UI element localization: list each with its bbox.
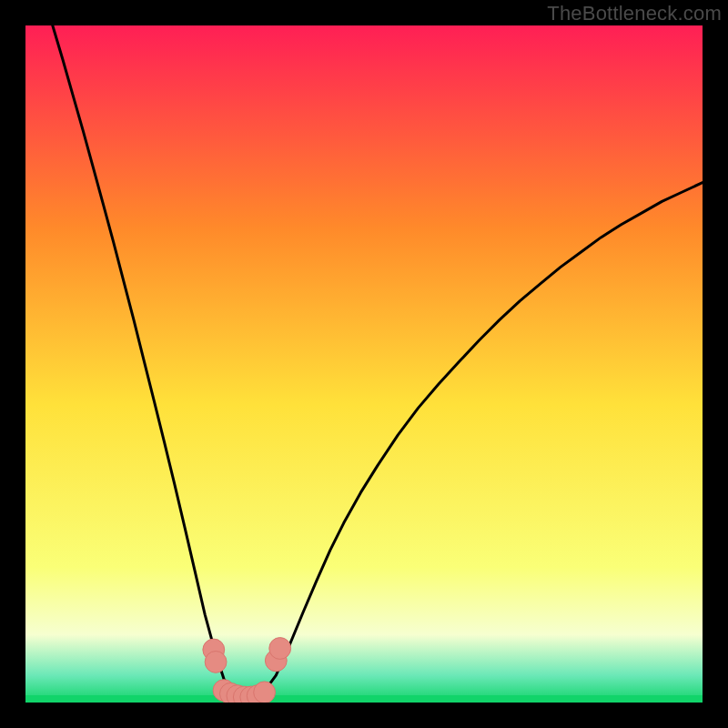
- chart-svg: [25, 25, 703, 703]
- outer-frame: TheBottleneck.com: [0, 0, 728, 728]
- plot-area: [25, 25, 703, 703]
- gradient-background: [25, 25, 703, 703]
- marker-left-1: [205, 652, 227, 673]
- marker-right-1: [269, 638, 291, 660]
- watermark-text: TheBottleneck.com: [547, 2, 722, 25]
- bottom-green-strip: [25, 695, 703, 703]
- marker-bottom-6: [254, 682, 276, 703]
